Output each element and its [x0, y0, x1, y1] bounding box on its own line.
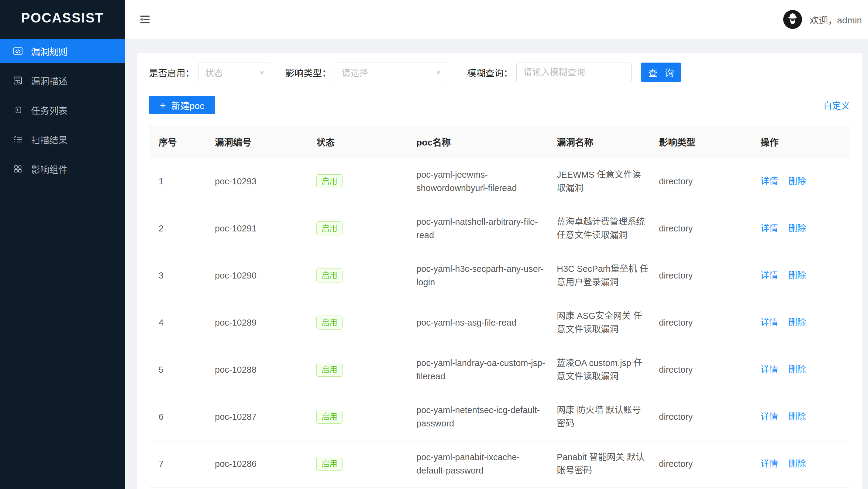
main-area: 欢迎，admin 是否启用： 状态 ∨ 影响类型： 请选择 ∨ 模糊: [125, 0, 868, 489]
customize-link[interactable]: 自定义: [823, 99, 850, 111]
search-button[interactable]: 查 询: [641, 63, 681, 82]
col-status: 状态: [307, 125, 407, 158]
cell-vul-id: poc-10291: [205, 205, 307, 252]
impact-type-select[interactable]: 请选择 ∨: [335, 63, 448, 82]
detail-link[interactable]: 详情: [761, 176, 778, 186]
cell-affects: directory: [649, 205, 751, 252]
chevron-down-icon: ∨: [436, 69, 441, 76]
poc-table: 序号 漏洞编号 状态 poc名称 漏洞名称 影响类型 操作 1 poc-1029: [149, 125, 850, 487]
sidebar-item-task-list[interactable]: 任务列表: [0, 98, 125, 122]
delete-link[interactable]: 删除: [788, 412, 806, 422]
app-root: POCASSIST 漏洞规则 漏洞描述: [0, 0, 868, 489]
cell-vul-id: poc-10290: [205, 252, 307, 299]
cell-index: 6: [149, 393, 205, 440]
table-row: 4 poc-10289 启用 poc-yaml-ns-asg-file-read…: [149, 299, 850, 346]
delete-link[interactable]: 删除: [788, 318, 806, 327]
col-actions: 操作: [751, 125, 850, 158]
detail-link[interactable]: 详情: [761, 459, 778, 469]
cell-vul-name: JEEWMS 任意文件读取漏洞: [547, 158, 649, 205]
status-badge: 启用: [316, 268, 343, 283]
table-row: 3 poc-10290 启用 poc-yaml-h3c-secparh-any-…: [149, 252, 850, 299]
cell-poc-name: poc-yaml-ns-asg-file-read: [407, 299, 547, 346]
sidebar-item-label: 漏洞规则: [31, 44, 67, 58]
cell-affects: directory: [649, 252, 751, 299]
code-window-icon: [13, 46, 23, 56]
cell-poc-name: poc-yaml-natshell-arbitrary-file-read: [407, 205, 547, 252]
cell-vul-id: poc-10293: [205, 158, 307, 205]
fuzzy-search-input[interactable]: [516, 63, 631, 82]
topbar: 欢迎，admin: [125, 0, 868, 39]
status-badge: 启用: [316, 363, 343, 377]
col-affects: 影响类型: [649, 125, 751, 158]
delete-link[interactable]: 删除: [788, 271, 806, 280]
col-vul-id: 漏洞编号: [205, 125, 307, 158]
detail-link[interactable]: 详情: [761, 271, 778, 280]
delete-link[interactable]: 删除: [788, 365, 806, 374]
content: 是否启用： 状态 ∨ 影响类型： 请选择 ∨ 模糊查询： 查 询: [125, 39, 868, 489]
detail-link[interactable]: 详情: [761, 412, 778, 422]
user-box: 欢迎，admin: [783, 10, 862, 29]
task-enter-icon: [13, 105, 23, 115]
sidebar-item-label: 漏洞描述: [31, 74, 67, 87]
filter-row: 是否启用： 状态 ∨ 影响类型： 请选择 ∨ 模糊查询： 查 询: [149, 63, 850, 82]
cell-affects: directory: [649, 158, 751, 205]
status-badge: 启用: [316, 410, 343, 424]
cell-affects: directory: [649, 299, 751, 346]
fuzzy-filter-label: 模糊查询：: [467, 66, 513, 79]
cell-poc-name: poc-yaml-h3c-secparh-any-user-login: [407, 252, 547, 299]
sidebar-item-vul-description[interactable]: 漏洞描述: [0, 68, 125, 92]
cell-poc-name: poc-yaml-jeewms-showordownbyurl-fileread: [407, 158, 547, 205]
components-grid-icon: [13, 164, 23, 174]
menu-fold-icon[interactable]: [138, 13, 152, 26]
cell-vul-name: H3C SecParh堡垒机 任意用户登录漏洞: [547, 252, 649, 299]
status-badge: 启用: [316, 457, 343, 471]
sidebar: POCASSIST 漏洞规则 漏洞描述: [0, 0, 125, 489]
sidebar-item-vul-rules[interactable]: 漏洞规则: [0, 39, 125, 63]
sidebar-item-affected-components[interactable]: 影响组件: [0, 157, 125, 181]
new-poc-button[interactable]: + 新建poc: [149, 96, 215, 114]
sidebar-item-scan-results[interactable]: 扫描结果: [0, 127, 125, 151]
detail-link[interactable]: 详情: [761, 318, 778, 327]
sidebar-item-label: 扫描结果: [31, 133, 67, 146]
sidebar-item-label: 任务列表: [31, 103, 67, 117]
delete-link[interactable]: 删除: [788, 459, 806, 469]
delete-link[interactable]: 删除: [788, 176, 806, 186]
sidebar-item-label: 影响组件: [31, 162, 67, 175]
cell-poc-name: poc-yaml-netentsec-icg-default-password: [407, 393, 547, 440]
check-list-icon: [13, 134, 23, 144]
delete-link[interactable]: 删除: [788, 224, 806, 233]
enable-filter-label: 是否启用：: [149, 66, 194, 79]
plus-icon: +: [160, 100, 166, 110]
cell-index: 4: [149, 299, 205, 346]
status-select-placeholder: 状态: [205, 66, 223, 79]
status-badge: 启用: [316, 221, 343, 235]
app-logo: POCASSIST: [0, 0, 125, 36]
cell-vul-name: 蓝海卓越计费管理系统 任意文件读取漏洞: [547, 205, 649, 252]
cell-vul-name: 网康 ASG安全网关 任意文件读取漏洞: [547, 299, 649, 346]
cell-vul-id: poc-10287: [205, 393, 307, 440]
cell-vul-id: poc-10286: [205, 440, 307, 487]
detail-link[interactable]: 详情: [761, 365, 778, 374]
sidebar-menu: 漏洞规则 漏洞描述 任务列表: [0, 36, 125, 181]
cell-affects: directory: [649, 346, 751, 393]
cell-vul-name: 蓝凌OA custom.jsp 任意文件读取漏洞: [547, 346, 649, 393]
file-search-icon: [13, 75, 23, 86]
cell-vul-id: poc-10288: [205, 346, 307, 393]
cell-index: 2: [149, 205, 205, 252]
hacker-avatar-icon[interactable]: [783, 10, 802, 29]
impact-select-placeholder: 请选择: [342, 66, 368, 79]
cell-vul-name: 网康 防火墙 默认账号密码: [547, 393, 649, 440]
chevron-down-icon: ∨: [259, 69, 265, 76]
table-row: 2 poc-10291 启用 poc-yaml-natshell-arbitra…: [149, 205, 850, 252]
status-badge: 启用: [316, 316, 343, 330]
detail-link[interactable]: 详情: [761, 224, 778, 233]
cell-index: 1: [149, 158, 205, 205]
impact-filter-label: 影响类型：: [285, 66, 331, 79]
cell-vul-name: Panabit 智能网关 默认账号密码: [547, 440, 649, 487]
status-select[interactable]: 状态 ∨: [198, 63, 272, 82]
cell-vul-id: poc-10289: [205, 299, 307, 346]
col-vul-name: 漏洞名称: [547, 125, 649, 158]
table-toolbar: + 新建poc 自定义: [149, 96, 850, 114]
cell-index: 7: [149, 440, 205, 487]
new-poc-label: 新建poc: [172, 98, 204, 112]
